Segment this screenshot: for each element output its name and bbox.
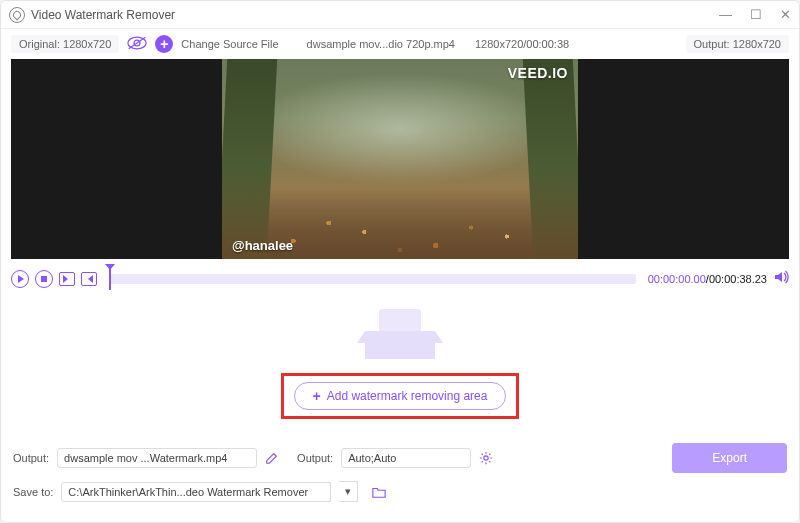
window-controls: — ☐ ✕ — [719, 7, 791, 22]
change-source-button[interactable]: Change Source File — [181, 38, 278, 50]
output-format-label: Output: — [297, 452, 333, 464]
video-preview[interactable]: VEED.IO @hanalee — [11, 59, 789, 259]
source-filename: dwsample mov...dio 720p.mp4 — [307, 38, 455, 50]
add-area-label: Add watermark removing area — [327, 389, 488, 403]
output-filename-field[interactable]: dwsample mov ...Watermark.mp4 — [57, 448, 257, 468]
output-format-field[interactable]: Auto;Auto — [341, 448, 471, 468]
original-resolution-badge: Original: 1280x720 — [11, 35, 119, 53]
save-to-label: Save to: — [13, 486, 53, 498]
video-frame: VEED.IO @hanalee — [222, 59, 578, 259]
current-time: 00:00:00.00 — [648, 273, 706, 285]
source-resolution-duration: 1280x720/00:00:38 — [475, 38, 569, 50]
preview-toggle-icon[interactable] — [127, 36, 147, 52]
time-display: 00:00:00.00/00:00:38.23 — [648, 273, 767, 285]
stop-button[interactable] — [35, 270, 53, 288]
playhead[interactable] — [109, 268, 111, 290]
timeline-scrubber[interactable] — [109, 274, 636, 284]
duration-time: 00:00:38.23 — [709, 273, 767, 285]
player-controls: 00:00:00.00/00:00:38.23 — [1, 265, 799, 293]
svg-point-3 — [484, 456, 488, 460]
watermark-area-panel: + Add watermark removing area — [1, 293, 799, 435]
bottom-bar: Output: dwsample mov ...Watermark.mp4 Ou… — [1, 435, 799, 522]
save-path-field[interactable]: C:\ArkThinker\ArkThin...deo Watermark Re… — [61, 482, 331, 502]
output-file-label: Output: — [13, 452, 49, 464]
app-logo-icon — [9, 7, 25, 23]
app-title: Video Watermark Remover — [31, 8, 719, 22]
add-area-highlight: + Add watermark removing area — [281, 373, 520, 419]
edit-output-icon[interactable] — [265, 451, 279, 465]
export-button[interactable]: Export — [672, 443, 787, 473]
mark-out-button[interactable] — [81, 272, 97, 286]
add-source-icon[interactable]: + — [155, 35, 173, 53]
volume-icon[interactable] — [773, 269, 789, 289]
watermark-bottom: @hanalee — [232, 238, 293, 253]
app-window: Video Watermark Remover — ☐ ✕ Original: … — [0, 0, 800, 523]
plus-icon: + — [313, 388, 321, 404]
tray-icon — [365, 309, 435, 359]
save-path-dropdown[interactable]: ▾ — [339, 481, 358, 502]
close-button[interactable]: ✕ — [780, 7, 791, 22]
toolbar: Original: 1280x720 + Change Source File … — [1, 29, 799, 59]
output-resolution-badge: Output: 1280x720 — [686, 35, 789, 53]
watermark-top: VEED.IO — [508, 65, 568, 81]
minimize-button[interactable]: — — [719, 7, 732, 22]
open-folder-icon[interactable] — [372, 485, 386, 499]
maximize-button[interactable]: ☐ — [750, 7, 762, 22]
mark-in-button[interactable] — [59, 272, 75, 286]
add-watermark-area-button[interactable]: + Add watermark removing area — [294, 382, 507, 410]
play-button[interactable] — [11, 270, 29, 288]
output-settings-icon[interactable] — [479, 451, 493, 465]
titlebar: Video Watermark Remover — ☐ ✕ — [1, 1, 799, 29]
